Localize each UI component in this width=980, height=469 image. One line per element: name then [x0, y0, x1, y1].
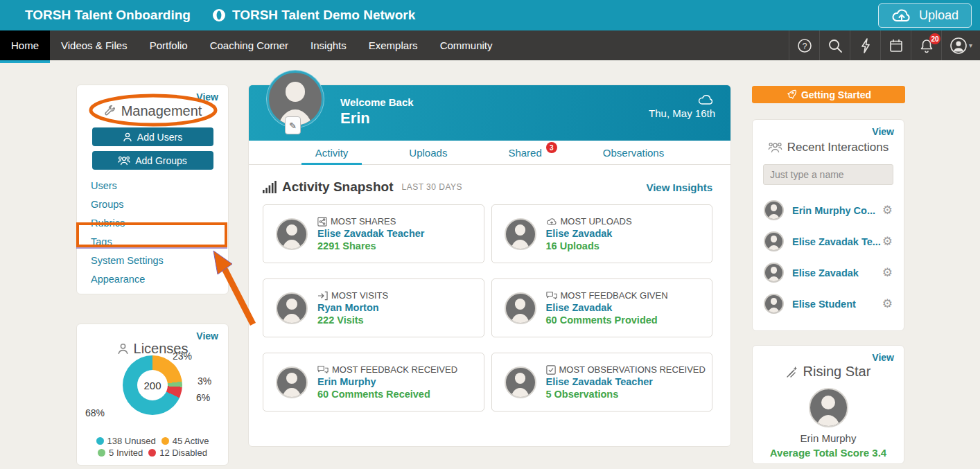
add-groups-button[interactable]: Add Groups	[92, 151, 213, 170]
person-link[interactable]: Erin Murphy Co...	[792, 205, 875, 216]
sidebar-item-tags[interactable]: Tags	[91, 233, 228, 251]
cloud-upload-icon	[891, 8, 912, 24]
gear-icon[interactable]: ⚙	[882, 203, 893, 218]
card-stat: 60 Comments Received	[317, 389, 457, 400]
card-most-shares: MOST SHARES Elise Zavadak Teacher 2291 S…	[263, 204, 484, 263]
rising-view-link[interactable]: View	[872, 352, 894, 363]
rising-star-score: Average Total Score 3.4	[753, 447, 904, 459]
top-bar: TORSH Talent Onboarding TORSH Talent Dem…	[0, 0, 980, 30]
card-user-link[interactable]: Erin Murphy	[317, 376, 457, 387]
add-users-button[interactable]: Add Users	[92, 127, 213, 146]
nav-item-portfolio[interactable]: Portfolio	[139, 30, 199, 60]
management-links: Users Groups Rubrics Tags System Setting…	[77, 177, 228, 289]
upload-icon	[546, 217, 557, 226]
card-most-visits: MOST VISITS Ryan Morton 222 Visits	[263, 278, 484, 337]
svg-text:?: ?	[802, 41, 807, 51]
calendar-button[interactable]	[880, 30, 911, 60]
snapshot-subtitle: LAST 30 DAYS	[401, 182, 462, 192]
licenses-total: 200	[137, 370, 168, 400]
card-user-link[interactable]: Elise Zavadak Teacher	[317, 228, 425, 239]
card-most-observations-received: MOST OBSERVATIONS RECEIVED Elise Zavadak…	[491, 353, 713, 412]
network-switcher[interactable]: TORSH Talent Demo Network	[211, 8, 415, 23]
legend-invited: 5 Invited	[98, 448, 143, 458]
card-stat: 16 Uploads	[546, 240, 632, 251]
nav-item-videos-files[interactable]: Videos & Files	[50, 30, 139, 60]
card-user-link[interactable]: Elise Zavadak	[546, 228, 632, 239]
getting-started-button[interactable]: Getting Started	[752, 86, 905, 103]
card-user-link[interactable]: Elise Zavadak	[546, 302, 668, 313]
person-link[interactable]: Elise Zavadak Te...	[792, 236, 881, 247]
avatar	[505, 218, 536, 250]
person-link[interactable]: Elise Student	[792, 299, 856, 310]
list-item: Erin Murphy Co... ⚙	[753, 195, 904, 226]
avatar	[505, 366, 536, 398]
recent-search-input[interactable]	[763, 164, 893, 185]
activity-snapshot-header: Activity Snapshot LAST 30 DAYS View Insi…	[263, 179, 712, 195]
licenses-title: Licenses	[77, 341, 228, 357]
tab-uploads[interactable]: Uploads	[402, 141, 454, 164]
welcome-banner: ✎ Welcome Back Erin Thu, May 16th	[249, 85, 730, 141]
legend-dot-active	[161, 437, 169, 445]
licenses-view-link[interactable]: View	[196, 330, 218, 342]
nav-item-home[interactable]: Home	[0, 30, 50, 60]
list-item: Elise Zavadak Te... ⚙	[753, 226, 904, 257]
gear-icon[interactable]: ⚙	[882, 297, 893, 311]
tab-activity[interactable]: Activity	[308, 141, 356, 164]
share-icon	[317, 217, 327, 227]
legend-dot-disabled	[148, 449, 156, 457]
snapshot-cards: MOST SHARES Elise Zavadak Teacher 2291 S…	[263, 204, 712, 412]
card-stat: 2291 Shares	[317, 240, 425, 251]
edit-profile-button[interactable]: ✎	[285, 116, 301, 134]
snapshot-title: Activity Snapshot	[282, 179, 393, 195]
sidebar-item-system-settings[interactable]: System Settings	[91, 251, 228, 270]
avatar	[276, 218, 308, 250]
tab-shared[interactable]: Shared3	[501, 141, 548, 164]
nav-item-insights[interactable]: Insights	[299, 30, 358, 60]
nav-item-coaching-corner[interactable]: Coaching Corner	[199, 30, 299, 60]
quick-actions-button[interactable]	[850, 30, 880, 60]
rising-star-avatar	[809, 388, 848, 427]
user-first-name: Erin	[340, 109, 414, 127]
search-button[interactable]	[819, 30, 850, 60]
avatar	[764, 294, 784, 314]
nav-item-exemplars[interactable]: Exemplars	[358, 30, 429, 60]
card-stat: 5 Observations	[546, 389, 706, 400]
sidebar-item-appearance[interactable]: Appearance	[91, 270, 228, 289]
avatar	[764, 263, 784, 283]
notification-count-badge: 20	[929, 33, 940, 44]
view-insights-link[interactable]: View Insights	[646, 182, 712, 193]
gear-icon[interactable]: ⚙	[882, 234, 893, 249]
notifications-button[interactable]: 20	[911, 30, 941, 60]
card-user-link[interactable]: Ryan Morton	[317, 302, 388, 313]
management-view-link[interactable]: View	[196, 91, 218, 103]
avatar	[276, 292, 308, 324]
tab-observations[interactable]: Observations	[596, 141, 671, 164]
legend-dot-invited	[98, 449, 105, 457]
rising-title: Rising Star	[753, 364, 904, 380]
dashboard-tabs: Activity Uploads Shared3 Observations	[249, 141, 730, 165]
card-user-link[interactable]: Elise Zavadak Teacher	[546, 376, 706, 387]
help-button[interactable]: ?	[789, 30, 819, 60]
network-name: TORSH Talent Demo Network	[232, 8, 415, 23]
account-menu-button[interactable]: ▾	[941, 30, 980, 60]
lightning-icon	[859, 38, 873, 53]
nav-item-community[interactable]: Community	[429, 30, 504, 60]
person-link[interactable]: Elise Zavadak	[792, 267, 859, 278]
question-icon: ?	[797, 38, 812, 53]
sidebar-item-rubrics[interactable]: Rubrics	[91, 214, 228, 233]
upload-button[interactable]: Upload	[878, 3, 972, 28]
sign-in-icon	[317, 291, 328, 301]
chevron-down-icon: ▾	[969, 42, 972, 49]
card-most-feedback-received: MOST FEEDBACK RECEIVED Erin Murphy 60 Co…	[263, 353, 484, 412]
user-avatar-icon	[950, 37, 968, 55]
recent-interactions-panel: View Recent Interactions Erin Murphy Co.…	[752, 119, 904, 331]
chat-icon	[546, 291, 557, 301]
dashboard-main-card: ✎ Welcome Back Erin Thu, May 16th Activi…	[248, 85, 731, 447]
search-icon	[828, 38, 843, 53]
licenses-legend: 138 Unused 45 Active 5 Invited 12 Disabl…	[77, 436, 228, 458]
person-icon	[117, 343, 129, 355]
sidebar-item-users[interactable]: Users	[91, 177, 228, 195]
recent-view-link[interactable]: View	[872, 126, 894, 137]
gear-icon[interactable]: ⚙	[882, 265, 893, 280]
sidebar-item-groups[interactable]: Groups	[91, 195, 228, 214]
